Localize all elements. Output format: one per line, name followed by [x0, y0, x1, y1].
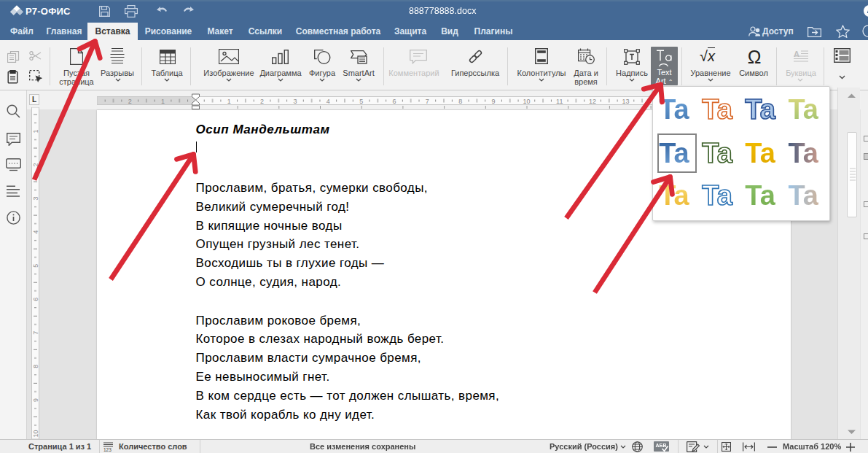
svg-text:2: 2: [128, 98, 132, 105]
svg-text:8: 8: [458, 98, 462, 105]
svg-text:7: 7: [31, 331, 39, 335]
svg-text:6: 6: [392, 98, 396, 105]
svg-text:9: 9: [31, 398, 39, 402]
svg-text:8: 8: [31, 365, 39, 368]
svg-text:12: 12: [589, 98, 596, 105]
svg-text:9: 9: [492, 98, 496, 105]
svg-text:13: 13: [622, 98, 629, 105]
svg-text:3: 3: [31, 197, 39, 201]
svg-text:123: 123: [103, 447, 112, 452]
svg-text:6: 6: [31, 298, 39, 301]
svg-text:1: 1: [161, 98, 165, 105]
svg-text:4: 4: [327, 98, 330, 105]
svg-text:2: 2: [260, 98, 264, 105]
svg-text:3: 3: [293, 98, 297, 105]
svg-text:A: A: [794, 50, 799, 58]
svg-text:4: 4: [31, 231, 39, 234]
svg-text:2: 2: [31, 163, 39, 167]
svg-text:10: 10: [31, 430, 39, 437]
svg-text:5: 5: [31, 264, 39, 268]
svg-text:7: 7: [426, 98, 429, 105]
svg-text:1: 1: [31, 129, 39, 133]
svg-text:10: 10: [523, 98, 530, 105]
svg-text:11: 11: [556, 98, 563, 105]
svg-text:1: 1: [227, 98, 231, 105]
svg-text:5: 5: [359, 98, 363, 105]
